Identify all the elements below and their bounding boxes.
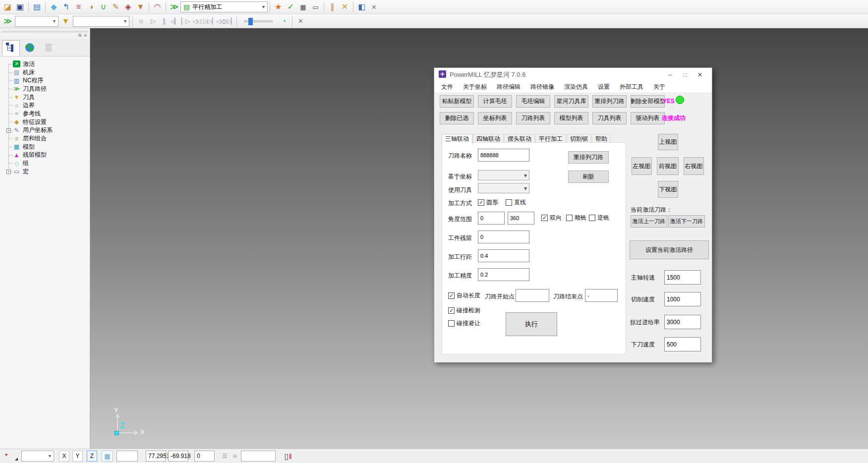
menu-render-sim[interactable]: 渲染仿真 [559,83,593,91]
line-checkbox[interactable]: ✓ 直线 [506,198,526,207]
skim-feed-input[interactable]: 3000 [664,315,701,329]
cursor-z-field[interactable]: 0 [194,451,215,462]
cursor-x-field[interactable]: 77.2951 [146,451,166,462]
swap-arrows-icon[interactable]: ✕ [339,1,351,13]
menu-coords[interactable]: 关于坐标 [458,83,492,91]
panel-toggle[interactable]: ▯ ∥ [285,453,292,460]
toolpath-list-button[interactable]: 刀路列表 [516,112,550,124]
angle-from-input[interactable]: 0 [478,212,505,225]
draw-options-flyout[interactable]: ● [1,451,19,462]
dialog-titlebar[interactable]: PowerMILL 忆梦星河 7.0.6 ─ □ ✕ [434,68,712,81]
workplane-icon[interactable]: ✎ [110,1,122,13]
tree-item-groups[interactable]: ◇ 组 [13,159,90,168]
stock-edit-button[interactable]: 毛坯编辑 [516,95,550,108]
minimize-icon[interactable]: ─ [663,69,678,80]
view-front-button[interactable]: 前视图 [657,157,679,175]
menu-external-tools[interactable]: 外部工具 [615,83,648,91]
collision-check-icon[interactable]: ★ [272,1,285,13]
compute-stock-button[interactable]: 计算毛坯 [478,95,512,108]
tree-item-macros[interactable]: + ▭ 宏 [13,168,90,176]
lightbulb-icon[interactable]: ○ [135,15,147,27]
calculator-icon[interactable]: ▦ [297,1,309,13]
collision-avoid-checkbox[interactable]: ✓ 碰撞避让 [448,319,480,328]
rearrange-toolpaths-button[interactable]: 重排列刀路 [592,95,627,108]
rewind-button[interactable]: ◁◁ [191,16,202,27]
axis-x-button[interactable]: X [59,451,69,462]
tab-3axis[interactable]: 三轴联动 [442,134,472,144]
menu-file[interactable]: 文件 [436,83,458,91]
rearrange-toolpaths-button-2[interactable]: 重排列刀路 [568,151,609,164]
tool-database-icon[interactable]: ▼ [134,1,147,13]
view-top-button[interactable]: 上视图 [658,134,678,150]
spindle-speed-input[interactable]: 1500 [664,270,701,285]
tree-item-boundaries[interactable]: ○ 边界 [13,101,90,110]
view-left-button[interactable]: 左视图 [632,157,652,175]
stepover-input[interactable]: 0.4 [478,249,529,262]
tab-recycle-bin[interactable] [40,40,58,56]
blocks-icon[interactable]: ◧ [355,1,368,13]
tab-explorer-tree[interactable] [2,40,20,56]
tree-item-patterns[interactable]: ≈ 参考线 [13,110,90,118]
paste-new-model-button[interactable]: 粘贴新模型 [440,95,474,108]
activate-prev-toolpath-button[interactable]: 激活上一刀路 [631,215,667,228]
clock-icon[interactable]: ◔ [278,15,290,27]
coord-combo[interactable]: ▾ [478,170,529,180]
pattern-icon[interactable]: ◈ [122,1,134,13]
go-start-button[interactable]: ▏◁◁ [213,16,224,27]
menu-about[interactable]: 关于 [648,83,670,91]
view-bottom-button[interactable]: 下视图 [658,181,678,198]
block-icon[interactable]: ◆ [48,1,60,13]
circle-checkbox[interactable]: ✓ 圆形 [478,198,498,207]
slider-handle[interactable] [248,18,253,25]
tree-item-tools[interactable]: ▼ 刀具 [13,93,90,102]
menu-path-edit[interactable]: 路径编辑 [492,83,525,91]
tree-item-models[interactable]: ▦ 模型 [13,143,90,151]
tree-item-toolpaths[interactable]: ≫ 刀具路径 [13,85,90,93]
fast-forward-button[interactable]: ▷▷ [202,16,213,27]
tolerance-input[interactable]: 0.2 [478,268,529,281]
conventional-checkbox[interactable]: ✓ 逆铣 [589,214,609,222]
toolpath-select-combo[interactable]: ▾ [15,16,58,27]
tree-item-workplanes[interactable]: + ✎ 用户坐标系 [13,126,90,135]
go-end-button[interactable]: ▷▷▏ [224,16,234,27]
ruler-icon[interactable]: ▭ [309,1,322,13]
delete-selected-button[interactable]: 删除已选 [440,112,474,124]
end-point-input[interactable]: - [585,289,618,302]
refresh-button[interactable]: 刷新 [568,171,609,183]
tree-item-machine[interactable]: ▤ 机床 [13,68,90,77]
simulation-speed-slider[interactable] [244,20,273,22]
bidirectional-checkbox[interactable]: ✓ 双向 [541,214,562,222]
tools-group-icon[interactable]: ▼ [59,15,72,27]
active-toolpath-icon[interactable]: ≫ [168,1,180,13]
axis-z-button[interactable]: Z [87,451,97,462]
toolpath-name-input[interactable]: 888888 [478,149,529,162]
xyz-list-icon[interactable]: ☰ [222,453,228,460]
active-toolpath-icon[interactable]: ≫ [1,15,14,27]
step-forward-button[interactable]: ▏▷ [180,16,191,27]
tool-icon[interactable]: ◑ [85,1,97,13]
toolpath-strategy-icon[interactable]: ↰ [60,1,72,13]
execute-button[interactable]: 执行 [506,312,557,336]
toolbar1-close-icon[interactable]: ✕ [368,1,380,13]
axis-y-button[interactable]: Y [72,451,83,462]
expand-toggle-icon[interactable]: + [6,170,11,174]
cutting-feed-input[interactable]: 1000 [664,292,701,306]
close-panel-icon[interactable]: ✕ [83,33,87,38]
step-back-button[interactable]: ◁▏ [169,16,180,27]
grid-size-field[interactable] [116,451,138,462]
maximize-icon[interactable]: □ [678,69,693,80]
verify-icon[interactable]: ✓ [285,1,297,13]
simulation-icon[interactable]: ◠ [151,1,164,13]
pause-button[interactable]: ∥ [158,16,169,27]
menu-path-mirror[interactable]: 路径镜像 [525,83,559,91]
view-right-button[interactable]: 右视图 [684,157,704,175]
tab-globe-view[interactable] [21,40,39,56]
drive-list-button[interactable]: 驱动列表 [631,112,665,124]
angle-to-input[interactable]: 360 [508,212,534,225]
collision-check-checkbox[interactable]: ✓ 碰撞检测 [448,306,480,315]
tool-list-button[interactable]: 刀具列表 [592,112,627,124]
tool-pair-icon[interactable]: ∥ [326,1,339,13]
print-icon[interactable]: ▤ [31,1,43,13]
close-icon[interactable]: ✕ [693,69,707,80]
set-active-path-button[interactable]: 设置当前激活路径 [630,240,709,259]
